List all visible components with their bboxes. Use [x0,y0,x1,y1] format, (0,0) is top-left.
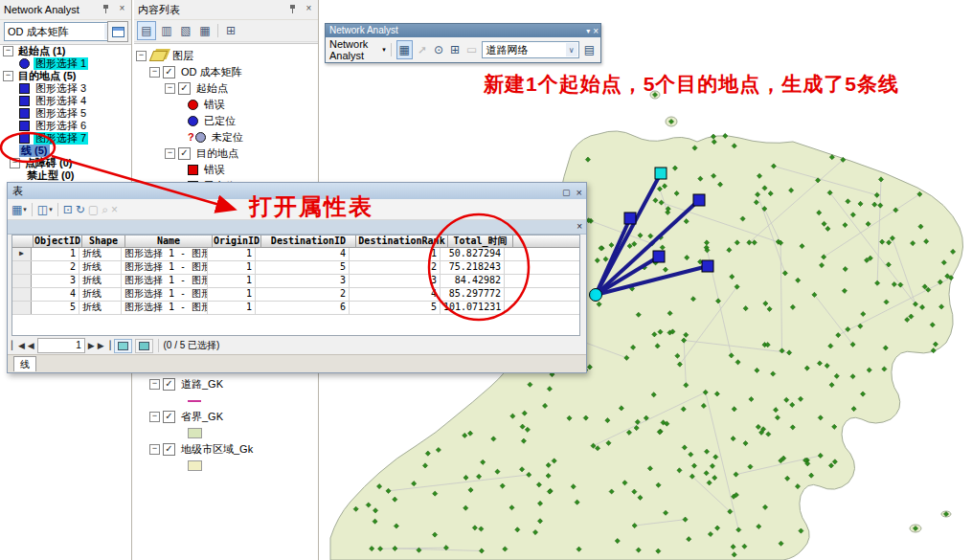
table-row[interactable]: 5折线图形选择 1 - 图形选择165101.071231 [12,302,579,315]
table-row[interactable]: 3折线图形选择 1 - 图形选择13384.42982 [12,275,579,288]
cell[interactable]: 50.827294 [441,248,505,260]
toc-tree-item[interactable]: −✓OD 成本矩阵 [134,64,318,80]
checkbox-checked-icon[interactable]: ✓ [178,82,191,95]
toc-tree-item[interactable]: 错误 [134,162,318,178]
cell[interactable]: 折线 [79,275,122,287]
toc-tree-item[interactable]: −✓地级市区域_Gk [134,441,318,458]
zoom-to-selected-button[interactable]: ⌕ [102,203,108,216]
toc-tree-item[interactable]: ?未定位 [134,129,318,146]
toc-tree-item[interactable]: −✓省界_GK [134,409,318,425]
create-network-location-button[interactable]: ⊙ [432,41,445,58]
na-menu-button[interactable]: Network Analyst ▾ [329,38,386,61]
cell[interactable]: 4 [350,288,441,301]
select-locations-button[interactable]: ➚ [416,41,429,58]
cell[interactable]: 2 [350,261,441,274]
cell[interactable]: 折线 [79,248,122,260]
list-by-drawing-order-button[interactable]: ▤ [137,21,156,40]
cell[interactable]: 1 [32,248,79,260]
cell[interactable]: 折线 [79,261,122,274]
analysis-layer-combo[interactable]: OD 成本矩阵 ∨ [4,22,118,41]
list-by-visibility-button[interactable]: ▧ [177,22,194,39]
cell[interactable]: 图形选择 1 - 图形选择 [122,261,208,274]
cell[interactable]: 图形选择 1 - 图形选择 [122,288,208,301]
cell[interactable]: 折线 [79,288,122,301]
related-tables-button[interactable]: ◫▾ [37,203,53,216]
destination-point[interactable] [702,260,713,272]
toc-options-button[interactable]: ⊞ [222,22,239,39]
cell[interactable]: 5 [32,302,79,314]
destination-point[interactable] [653,251,665,262]
checkbox-checked-icon[interactable]: ✓ [163,443,175,456]
cell[interactable]: 84.42982 [441,275,505,287]
na-tree-item[interactable]: −点障碍 (0) [0,157,131,169]
na-tree-item[interactable]: −起始点 (1) [0,45,131,57]
checkbox-checked-icon[interactable]: ✓ [178,147,191,160]
show-selected-records-button[interactable] [135,339,153,353]
destination-point-selected[interactable] [655,168,667,179]
row-selector[interactable] [12,288,32,301]
na-properties-button[interactable]: ▤ [582,41,597,58]
table-tab-line[interactable]: 线 [13,356,36,371]
chevron-down-icon[interactable]: ▾ [586,25,590,38]
row-selector[interactable] [12,275,32,287]
column-header[interactable]: Name [125,235,213,247]
cell[interactable]: 75.218243 [441,261,505,274]
cell[interactable]: 1 [350,248,441,260]
cell[interactable]: 3 [350,275,441,287]
table-row[interactable]: ▶1折线图形选择 1 - 图形选择14150.827294 [12,248,579,261]
na-tree-item[interactable]: 线 (5) [0,145,131,157]
toc-tree-item[interactable]: −✓起始点 [134,80,318,97]
directions-button[interactable]: ▭ [464,41,479,58]
table-titlebar[interactable]: 表 ▢ × [8,183,586,199]
close-icon[interactable]: × [576,185,582,201]
pin-icon[interactable] [100,3,112,15]
expander-icon[interactable]: − [149,67,160,78]
destination-point[interactable] [693,194,705,206]
cell[interactable]: 4 [32,288,79,301]
expander-icon[interactable]: − [136,51,147,61]
clear-selection-button[interactable]: ▢ [88,203,99,216]
cell[interactable]: 6 [256,302,350,314]
expander-icon[interactable]: − [165,83,175,94]
cell[interactable]: 图形选择 1 - 图形选择 [122,275,208,287]
column-header[interactable]: Shape [82,235,125,247]
cell[interactable]: 1 [208,275,256,287]
toc-tree-item[interactable]: −图层 [134,48,318,64]
last-record-button[interactable]: ▶▕ [98,341,111,350]
cell[interactable]: 1 [208,288,256,301]
cell[interactable]: 3 [32,275,79,287]
na-tree-item[interactable]: 图形选择 3 [0,82,131,95]
cell[interactable]: 4 [256,248,350,260]
cell[interactable]: 3 [256,275,350,287]
show-all-records-button[interactable] [114,339,132,353]
cell[interactable]: 5 [350,302,441,314]
list-by-selection-button[interactable]: ▦ [196,22,214,39]
expander-icon[interactable]: − [10,158,20,168]
cell[interactable]: 图形选择 1 - 图形选择 [122,248,208,260]
cell[interactable]: 5 [256,261,350,274]
origin-point[interactable] [590,289,602,302]
row-selector[interactable] [12,302,32,314]
record-number-input[interactable]: 1 [37,338,85,353]
expander-icon[interactable]: − [149,444,160,455]
close-icon[interactable]: × [576,220,582,234]
cell[interactable]: 2 [256,288,350,301]
toc-tree-item[interactable] [134,425,318,441]
cell[interactable]: 1 [208,261,256,274]
expander-icon[interactable]: − [3,46,13,56]
column-header[interactable]: DestinationRank [356,235,448,247]
delete-selected-button[interactable]: × [111,203,118,216]
na-tree-item[interactable]: 图形选择 6 [0,120,131,132]
column-header[interactable]: OriginID [213,235,261,247]
close-icon[interactable]: × [593,25,599,38]
na-window-properties-button[interactable] [107,21,128,42]
table-row[interactable]: 4折线图形选择 1 - 图形选择12485.297772 [12,288,579,302]
toc-tree-item[interactable] [134,392,318,409]
toc-tree-item[interactable]: 已定位 [134,113,318,129]
cell[interactable]: 101.071231 [441,302,505,314]
restore-icon[interactable]: ▢ [562,185,571,201]
checkbox-checked-icon[interactable]: ✓ [163,378,175,391]
previous-record-button[interactable]: ◀ [28,341,34,350]
pin-icon[interactable] [286,3,299,15]
expander-icon[interactable]: − [149,412,160,422]
